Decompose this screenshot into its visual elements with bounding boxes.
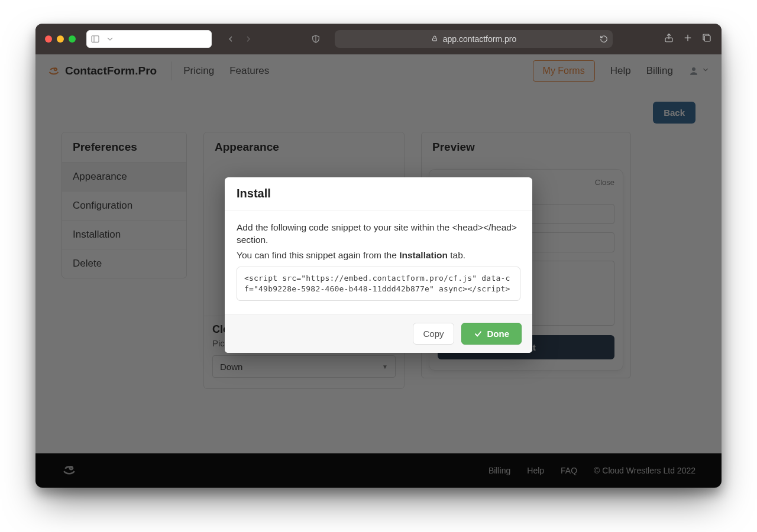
svg-rect-0: [92, 36, 99, 43]
close-window-button[interactable]: [45, 35, 52, 43]
url-text: app.contactform.pro: [443, 34, 517, 44]
modal-overlay[interactable]: Install Add the following code snippet t…: [35, 54, 722, 488]
sidebar-toggle-button[interactable]: [87, 31, 103, 47]
fullscreen-window-button[interactable]: [69, 35, 76, 43]
svg-rect-7: [704, 35, 710, 41]
lock-icon: [431, 34, 438, 44]
toolbar-dropdown-button[interactable]: [105, 31, 115, 47]
reload-icon[interactable]: [600, 35, 608, 43]
new-tab-icon[interactable]: [682, 33, 693, 46]
address-bar[interactable]: app.contactform.pro: [335, 30, 613, 48]
install-modal: Install Add the following code snippet t…: [225, 177, 532, 353]
nav-back-button[interactable]: [222, 31, 239, 47]
window-controls: [45, 35, 76, 43]
code-snippet[interactable]: <script src="https://embed.contactform.p…: [237, 267, 520, 301]
minimize-window-button[interactable]: [57, 35, 64, 43]
privacy-shield-icon[interactable]: [308, 31, 324, 47]
check-icon: [474, 329, 483, 338]
done-button[interactable]: Done: [461, 323, 522, 345]
share-icon[interactable]: [664, 33, 674, 46]
browser-toolbar: app.contactform.pro: [35, 24, 722, 54]
browser-window: app.contactform.pro: [35, 24, 722, 488]
copy-button[interactable]: Copy: [413, 323, 454, 345]
modal-instruction-1: Add the following code snippet to your s…: [237, 221, 520, 246]
nav-forward-button[interactable]: [240, 31, 257, 47]
svg-rect-3: [432, 38, 436, 41]
modal-title: Install: [225, 177, 532, 210]
page-viewport: ContactForm.Pro Pricing Features My Form…: [35, 54, 722, 488]
tabs-icon[interactable]: [701, 33, 712, 46]
done-label: Done: [487, 329, 510, 339]
modal-instruction-2: You can find this snippet again from the…: [237, 249, 520, 262]
